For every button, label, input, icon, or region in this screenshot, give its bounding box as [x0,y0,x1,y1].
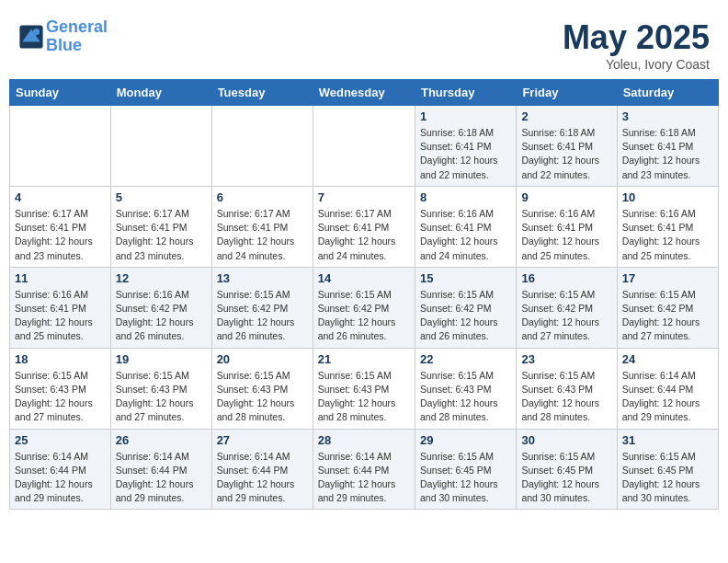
day-info: Sunrise: 6:15 AMSunset: 6:42 PMDaylight:… [420,288,511,344]
weekday-header-saturday: Saturday [617,80,718,106]
day-number: 3 [622,109,713,123]
day-number: 4 [15,190,106,204]
day-info: Sunrise: 6:14 AMSunset: 6:44 PMDaylight:… [622,369,713,425]
calendar-cell: 26Sunrise: 6:14 AMSunset: 6:44 PMDayligh… [110,429,211,510]
day-number: 5 [116,190,207,204]
calendar-cell: 15Sunrise: 6:15 AMSunset: 6:42 PMDayligh… [415,267,516,348]
day-info: Sunrise: 6:18 AMSunset: 6:41 PMDaylight:… [420,126,511,182]
day-number: 14 [318,271,410,285]
calendar-subtitle: Yoleu, Ivory Coast [563,57,710,72]
calendar-cell: 17Sunrise: 6:15 AMSunset: 6:42 PMDayligh… [617,267,718,348]
day-info: Sunrise: 6:15 AMSunset: 6:42 PMDaylight:… [521,288,611,344]
calendar-week-3: 11Sunrise: 6:16 AMSunset: 6:41 PMDayligh… [10,267,719,348]
day-number: 17 [622,271,713,285]
calendar-cell: 2Sunrise: 6:18 AMSunset: 6:41 PMDaylight… [517,106,617,187]
calendar-cell: 18Sunrise: 6:15 AMSunset: 6:43 PMDayligh… [10,348,111,429]
day-number: 12 [116,271,207,285]
logo-general: General [46,17,108,36]
calendar-cell: 28Sunrise: 6:14 AMSunset: 6:44 PMDayligh… [313,429,415,510]
day-info: Sunrise: 6:15 AMSunset: 6:45 PMDaylight:… [420,450,511,506]
calendar-cell: 13Sunrise: 6:15 AMSunset: 6:42 PMDayligh… [211,267,313,348]
day-number: 29 [420,433,511,447]
day-number: 1 [420,109,511,123]
calendar-cell: 7Sunrise: 6:17 AMSunset: 6:41 PMDaylight… [313,186,415,267]
calendar-cell: 11Sunrise: 6:16 AMSunset: 6:41 PMDayligh… [10,267,111,348]
day-info: Sunrise: 6:15 AMSunset: 6:43 PMDaylight:… [116,369,207,425]
weekday-header-row: SundayMondayTuesdayWednesdayThursdayFrid… [10,80,719,106]
day-info: Sunrise: 6:15 AMSunset: 6:42 PMDaylight:… [217,288,308,344]
calendar-cell: 1Sunrise: 6:18 AMSunset: 6:41 PMDaylight… [415,106,516,187]
calendar-cell: 25Sunrise: 6:14 AMSunset: 6:44 PMDayligh… [10,429,111,510]
day-number: 11 [15,271,106,285]
calendar-cell: 8Sunrise: 6:16 AMSunset: 6:41 PMDaylight… [415,186,516,267]
calendar-cell: 22Sunrise: 6:15 AMSunset: 6:43 PMDayligh… [415,348,516,429]
calendar-body: 1Sunrise: 6:18 AMSunset: 6:41 PMDaylight… [10,106,719,510]
calendar-week-5: 25Sunrise: 6:14 AMSunset: 6:44 PMDayligh… [10,429,719,510]
day-info: Sunrise: 6:17 AMSunset: 6:41 PMDaylight:… [116,207,207,263]
calendar-header: SundayMondayTuesdayWednesdayThursdayFrid… [10,80,719,106]
day-info: Sunrise: 6:15 AMSunset: 6:43 PMDaylight:… [420,369,511,425]
calendar-cell: 5Sunrise: 6:17 AMSunset: 6:41 PMDaylight… [110,186,211,267]
calendar-cell: 30Sunrise: 6:15 AMSunset: 6:45 PMDayligh… [517,429,617,510]
day-info: Sunrise: 6:17 AMSunset: 6:41 PMDaylight:… [15,207,106,263]
calendar-cell: 23Sunrise: 6:15 AMSunset: 6:43 PMDayligh… [517,348,617,429]
day-number: 22 [420,352,511,366]
calendar-cell [10,106,111,187]
logo-icon [18,24,44,50]
day-number: 13 [217,271,308,285]
day-info: Sunrise: 6:15 AMSunset: 6:43 PMDaylight:… [15,369,106,425]
day-number: 23 [521,352,611,366]
weekday-header-friday: Friday [517,80,617,106]
day-number: 24 [622,352,713,366]
day-number: 27 [217,433,308,447]
calendar-cell: 31Sunrise: 6:15 AMSunset: 6:45 PMDayligh… [617,429,718,510]
day-number: 6 [217,190,308,204]
logo-blue: Blue [46,36,82,54]
day-info: Sunrise: 6:16 AMSunset: 6:41 PMDaylight:… [420,207,511,263]
calendar-cell: 19Sunrise: 6:15 AMSunset: 6:43 PMDayligh… [110,348,211,429]
weekday-header-tuesday: Tuesday [211,80,313,106]
calendar-cell: 4Sunrise: 6:17 AMSunset: 6:41 PMDaylight… [10,186,111,267]
calendar-title: May 2025 [563,18,710,57]
day-number: 9 [521,190,611,204]
calendar-cell: 24Sunrise: 6:14 AMSunset: 6:44 PMDayligh… [617,348,718,429]
calendar-cell [313,106,415,187]
day-number: 26 [116,433,207,447]
weekday-header-monday: Monday [110,80,211,106]
day-number: 16 [521,271,611,285]
day-info: Sunrise: 6:14 AMSunset: 6:44 PMDaylight:… [217,450,308,506]
weekday-header-thursday: Thursday [415,80,516,106]
day-info: Sunrise: 6:17 AMSunset: 6:41 PMDaylight:… [318,207,410,263]
day-info: Sunrise: 6:15 AMSunset: 6:43 PMDaylight:… [318,369,410,425]
calendar-cell: 9Sunrise: 6:16 AMSunset: 6:41 PMDaylight… [517,186,617,267]
logo-text: General Blue [46,18,108,55]
day-info: Sunrise: 6:18 AMSunset: 6:41 PMDaylight:… [521,126,611,182]
day-info: Sunrise: 6:15 AMSunset: 6:42 PMDaylight:… [318,288,410,344]
day-number: 2 [521,109,611,123]
calendar-cell: 16Sunrise: 6:15 AMSunset: 6:42 PMDayligh… [517,267,617,348]
calendar-cell: 3Sunrise: 6:18 AMSunset: 6:41 PMDaylight… [617,106,718,187]
calendar-cell: 6Sunrise: 6:17 AMSunset: 6:41 PMDaylight… [211,186,313,267]
day-info: Sunrise: 6:15 AMSunset: 6:43 PMDaylight:… [521,369,611,425]
calendar-cell: 20Sunrise: 6:15 AMSunset: 6:43 PMDayligh… [211,348,313,429]
day-info: Sunrise: 6:14 AMSunset: 6:44 PMDaylight:… [15,450,106,506]
day-info: Sunrise: 6:16 AMSunset: 6:41 PMDaylight:… [521,207,611,263]
day-info: Sunrise: 6:16 AMSunset: 6:41 PMDaylight:… [622,207,713,263]
logo: General Blue [18,18,108,55]
day-number: 30 [521,433,611,447]
day-number: 7 [318,190,410,204]
day-number: 20 [217,352,308,366]
header: General Blue May 2025 Yoleu, Ivory Coast [9,9,719,79]
calendar-cell [211,106,313,187]
day-number: 18 [15,352,106,366]
day-info: Sunrise: 6:15 AMSunset: 6:45 PMDaylight:… [521,450,611,506]
calendar-cell: 27Sunrise: 6:14 AMSunset: 6:44 PMDayligh… [211,429,313,510]
day-number: 15 [420,271,511,285]
day-number: 21 [318,352,410,366]
calendar-week-1: 1Sunrise: 6:18 AMSunset: 6:41 PMDaylight… [10,106,719,187]
day-number: 31 [622,433,713,447]
day-number: 8 [420,190,511,204]
day-info: Sunrise: 6:18 AMSunset: 6:41 PMDaylight:… [622,126,713,182]
day-info: Sunrise: 6:15 AMSunset: 6:43 PMDaylight:… [217,369,308,425]
day-info: Sunrise: 6:14 AMSunset: 6:44 PMDaylight:… [116,450,207,506]
